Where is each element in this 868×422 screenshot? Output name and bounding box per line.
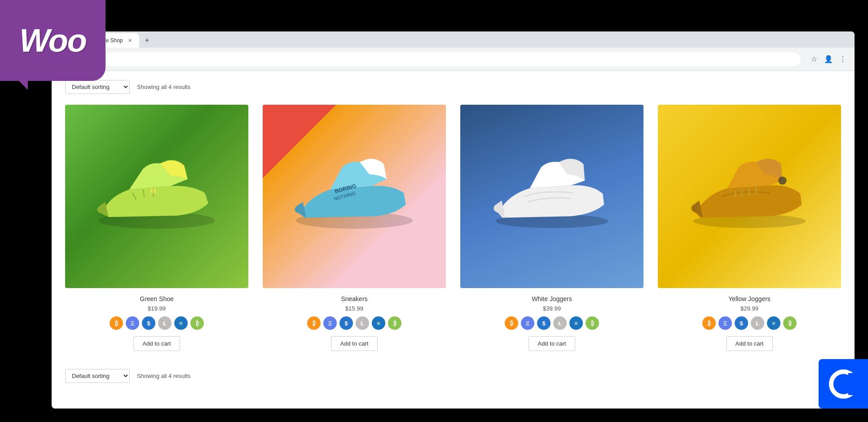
product-name-2: Sneakers [341,295,367,302]
crypto-dash-4: ≡ [767,316,780,330]
sneakers-svg: BORING NOTHING [286,128,423,265]
sorting-bar-top: Default sorting Showing all 4 results [65,80,841,94]
menu-button[interactable]: ⋮ [837,53,849,66]
product-card-3: White Joggers $39.99 ₿ Ξ $ Ł ≡ ₿ Add to … [460,105,643,351]
crypto-icons-3: ₿ Ξ $ Ł ≡ ₿ [505,316,599,330]
results-count-top: Showing all 4 results [137,84,190,90]
crypto-btc-2: ₿ [307,316,321,330]
product-image-white-joggers [460,105,643,288]
add-to-cart-1[interactable]: Add to cart [133,336,181,351]
crypto-eth-1: Ξ [126,316,139,330]
crypto-bch-3: ₿ [586,316,599,330]
product-image-sneakers: BORING NOTHING [263,105,446,288]
sort-select-top[interactable]: Default sorting [65,80,130,94]
crypto-icons-1: ₿ Ξ $ Ł ≡ ₿ [110,316,204,330]
green-shoe-svg [88,128,225,265]
product-price-4: $29.99 [740,305,758,312]
product-price-1: $19.99 [148,305,166,312]
browser-actions: ☆ 👤 ⋮ [808,53,849,66]
crypto-ltc-4: Ł [751,316,764,330]
svg-point-7 [778,177,786,185]
crypto-bch-2: ₿ [388,316,401,330]
product-image-yellow-joggers [658,105,841,288]
white-joggers-svg [483,128,621,265]
crypto-usdc-2: $ [339,316,353,330]
crypto-bch-1: ₿ [190,316,204,330]
add-to-cart-3[interactable]: Add to cart [529,336,576,351]
product-image-green-shoe [65,105,248,288]
crypto-ltc-3: Ł [553,316,567,330]
product-price-2: $15.99 [345,305,363,312]
product-name-3: White Joggers [532,295,572,302]
browser-window: W WooCommerce Shop ✕ + ← → ↺ ☆ 👤 ⋮ Defau… [52,31,855,409]
product-card-1: Green Shoe $19.99 ₿ Ξ $ Ł ≡ ₿ Add to car… [65,105,248,351]
coinbase-logo [819,359,868,409]
crypto-btc-3: ₿ [505,316,518,330]
woo-logo-text: Woo [19,22,86,59]
product-image-bg-green [65,105,248,288]
crypto-usdc-1: $ [142,316,155,330]
crypto-eth-2: Ξ [323,316,337,330]
tab-bar: W WooCommerce Shop ✕ + [52,31,855,48]
bookmark-button[interactable]: ☆ [808,53,820,66]
add-to-cart-2[interactable]: Add to cart [331,336,378,351]
product-price-3: $39.99 [543,305,561,312]
address-bar[interactable] [104,52,801,67]
crypto-ltc-1: Ł [158,316,172,330]
crypto-icons-4: ₿ Ξ $ Ł ≡ ₿ [702,316,797,330]
crypto-eth-4: Ξ [718,316,732,330]
product-name-1: Green Shoe [140,295,174,302]
product-image-bg-yellow [658,105,841,288]
product-image-bg-colorful: BORING NOTHING [263,105,446,288]
crypto-icons-2: ₿ Ξ $ Ł ≡ ₿ [307,316,401,330]
product-grid: Green Shoe $19.99 ₿ Ξ $ Ł ≡ ₿ Add to car… [65,105,841,351]
crypto-btc-1: ₿ [110,316,123,330]
profile-button[interactable]: 👤 [822,53,835,66]
product-card-2: BORING NOTHING Sneakers $15.99 ₿ Ξ $ Ł ≡… [263,105,446,351]
new-tab-button[interactable]: + [141,34,154,47]
crypto-btc-4: ₿ [702,316,716,330]
sort-select-bottom[interactable]: Default sorting [65,369,130,383]
coinbase-c-icon [829,369,858,399]
results-count-bottom: Showing all 4 results [137,373,190,379]
crypto-dash-3: ≡ [569,316,583,330]
crypto-ltc-2: Ł [356,316,369,330]
crypto-usdc-4: $ [735,316,748,330]
woo-logo: Woo [0,0,106,81]
yellow-joggers-svg [681,128,818,265]
crypto-usdc-3: $ [537,316,551,330]
product-name-4: Yellow Joggers [728,295,771,302]
tab-close-button[interactable]: ✕ [127,37,134,44]
crypto-bch-4: ₿ [783,316,797,330]
page-content: Default sorting Showing all 4 results [52,71,855,409]
add-to-cart-4[interactable]: Add to cart [726,336,773,351]
crypto-eth-3: Ξ [521,316,534,330]
crypto-dash-2: ≡ [372,316,385,330]
product-image-bg-blue [460,105,643,288]
crypto-dash-1: ≡ [174,316,188,330]
product-card-4: Yellow Joggers $29.99 ₿ Ξ $ Ł ≡ ₿ Add to… [658,105,841,351]
sorting-bar-bottom: Default sorting Showing all 4 results [65,369,841,383]
browser-toolbar: ← → ↺ ☆ 👤 ⋮ [52,48,855,71]
